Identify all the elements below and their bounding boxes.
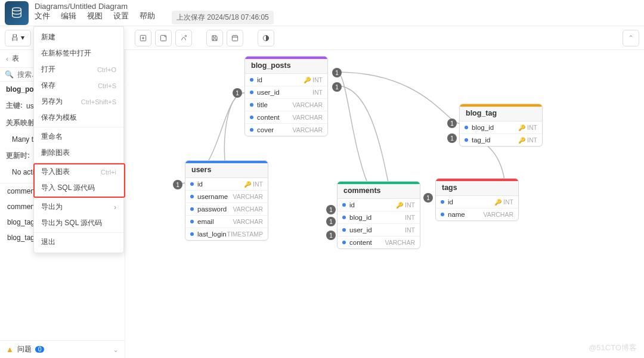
menu-item[interactable]: 在新标签中打开: [34, 45, 123, 61]
cardinality-badge: 1: [447, 119, 457, 128]
cardinality-badge: 1: [326, 217, 336, 226]
entity-comments[interactable]: comments id🔑INTblog_idINTuser_idINTconte…: [337, 181, 420, 249]
entity-title: users: [185, 161, 268, 178]
entity-field[interactable]: user_idINT: [245, 86, 327, 98]
key-icon: 🔑: [304, 77, 311, 83]
menu-edit[interactable]: 编辑: [61, 11, 76, 24]
entity-field[interactable]: blog_id🔑INT: [460, 122, 542, 133]
menu-item[interactable]: 退出: [34, 234, 123, 250]
menu-view[interactable]: 视图: [87, 11, 103, 24]
cardinality-badge: 1: [332, 82, 342, 92]
menu-item[interactable]: 导出为 SQL 源代码: [34, 215, 123, 231]
entity-blog-tag[interactable]: blog_tag blog_id🔑INTtag_id🔑INT: [459, 104, 543, 147]
menu-item[interactable]: 保存为模板: [34, 110, 123, 126]
entity-field[interactable]: id🔑INT: [436, 196, 518, 208]
entity-field[interactable]: contentVARCHAR: [338, 236, 420, 248]
menu-item[interactable]: 导入 SQL 源代码: [34, 180, 123, 196]
entity-field[interactable]: nameVARCHAR: [436, 208, 518, 220]
menubar: 文件 编辑 视图 设置 帮助 上次保存 2024/5/18 07:46:05: [35, 11, 274, 24]
entity-title: blog_posts: [245, 57, 327, 74]
menu-item[interactable]: 新建: [34, 29, 123, 45]
app-logo: [5, 1, 29, 25]
entity-title: blog_tag: [460, 104, 542, 122]
toolbar: 吕 ▾ ▸ ⌃ 新建在新标签中打开打开Ctrl+O保存Ctrl+S另存为Ctrl…: [0, 26, 644, 50]
key-icon: 🔑: [244, 181, 251, 188]
key-icon: 🔑: [518, 124, 525, 131]
sidebar-tab-tables[interactable]: 表: [12, 54, 19, 64]
last-saved: 上次保存 2024/5/18 07:46:05: [172, 11, 274, 24]
menu-item[interactable]: 保存Ctrl+S: [34, 77, 123, 94]
add-area-button[interactable]: [175, 30, 192, 46]
entity-field[interactable]: user_idINT: [338, 223, 420, 236]
entity-field[interactable]: contentVARCHAR: [245, 111, 327, 123]
cardinality-badge: 1: [233, 88, 242, 98]
canvas[interactable]: blog_posts id🔑INTuser_idINTtitleVARCHARc…: [125, 50, 644, 358]
add-note-button[interactable]: [155, 30, 172, 46]
key-icon: 🔑: [518, 137, 525, 144]
topbar: Diagrams/Untitled Diagram 文件 编辑 视图 设置 帮助…: [0, 0, 644, 26]
warning-icon: ▲: [6, 345, 14, 354]
cardinality-badge: 1: [326, 231, 336, 240]
entity-field[interactable]: last_loginTIMESTAMP: [185, 228, 268, 240]
sidebar-back[interactable]: ‹: [6, 55, 8, 63]
save-button[interactable]: [206, 30, 223, 46]
issues-label[interactable]: 问题: [17, 344, 32, 354]
entity-field[interactable]: titleVARCHAR: [245, 98, 327, 111]
theme-toggle[interactable]: [258, 30, 274, 46]
layout-button[interactable]: 吕 ▾: [5, 30, 31, 46]
entity-users[interactable]: users id🔑INTusernameVARCHARpasswordVARCH…: [185, 160, 268, 241]
entity-title: comments: [338, 182, 420, 199]
menu-help[interactable]: 帮助: [140, 11, 155, 24]
svg-point-0: [13, 7, 21, 11]
menu-item[interactable]: 另存为Ctrl+Shift+S: [34, 94, 123, 110]
menu-settings[interactable]: 设置: [113, 11, 129, 24]
entity-field[interactable]: tag_id🔑INT: [460, 133, 542, 146]
cardinality-badge: 1: [332, 68, 342, 77]
cardinality-badge: 1: [326, 205, 336, 214]
breadcrumb[interactable]: Diagrams/Untitled Diagram: [35, 2, 274, 11]
entity-field[interactable]: id🔑INT: [185, 178, 268, 190]
watermark: @51CTO博客: [589, 343, 637, 353]
menu-item[interactable]: 导出为›: [34, 199, 123, 215]
entity-field[interactable]: usernameVARCHAR: [185, 190, 268, 203]
key-icon: 🔑: [494, 199, 501, 206]
entity-field[interactable]: passwordVARCHAR: [185, 203, 268, 215]
cardinality-badge: 1: [423, 193, 433, 203]
menu-item[interactable]: 导入图表Ctrl+i: [34, 164, 123, 180]
menu-item[interactable]: 重命名: [34, 129, 123, 145]
file-dropdown: 新建在新标签中打开打开Ctrl+O保存Ctrl+S另存为Ctrl+Shift+S…: [33, 26, 124, 253]
entity-title: tags: [436, 179, 518, 196]
svg-point-3: [185, 35, 186, 36]
issues-count: 0: [35, 346, 45, 353]
menu-item[interactable]: 打开Ctrl+O: [34, 61, 123, 77]
svg-rect-4: [232, 35, 237, 41]
entity-field[interactable]: id🔑INT: [245, 74, 327, 86]
collapse-panel-button[interactable]: ⌃: [623, 30, 639, 46]
entity-field[interactable]: emailVARCHAR: [185, 215, 268, 228]
entity-field[interactable]: coverVARCHAR: [245, 123, 327, 136]
schedule-button[interactable]: [227, 30, 243, 46]
database-icon: [10, 7, 23, 20]
key-icon: 🔑: [396, 202, 403, 208]
entity-field[interactable]: blog_idINT: [338, 211, 420, 223]
add-table-button[interactable]: [135, 30, 151, 46]
entity-field[interactable]: id🔑INT: [338, 199, 420, 211]
cardinality-badge: 1: [173, 180, 182, 189]
entity-tags[interactable]: tags id🔑INTnameVARCHAR: [435, 178, 519, 221]
sidebar-footer: ▲ 问题 0 ⌄: [0, 340, 125, 358]
menu-file[interactable]: 文件: [35, 11, 50, 24]
menu-item[interactable]: 删除图表: [34, 145, 123, 161]
search-icon: 🔍: [5, 70, 14, 79]
entity-blog-posts[interactable]: blog_posts id🔑INTuser_idINTtitleVARCHARc…: [244, 56, 328, 136]
cardinality-badge: 1: [447, 133, 457, 143]
chevron-down-icon[interactable]: ⌄: [113, 345, 119, 354]
svg-rect-2: [160, 35, 166, 41]
